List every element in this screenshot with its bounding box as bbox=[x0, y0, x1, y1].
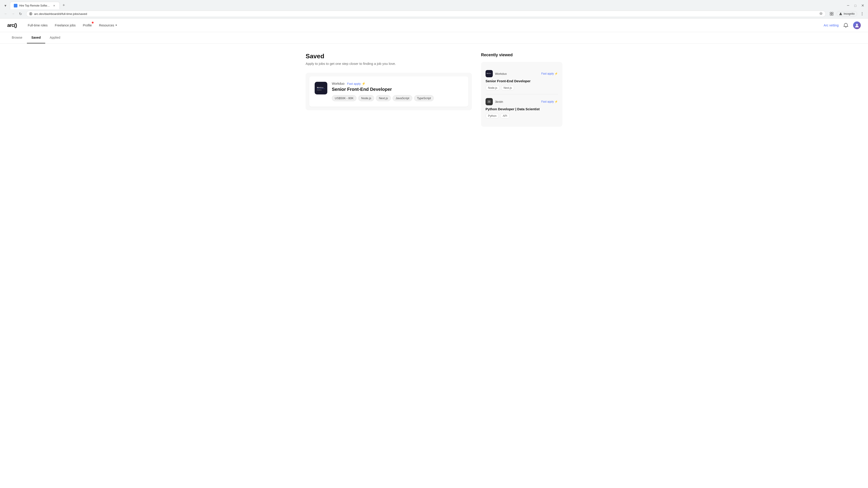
tab-dropdown-btn[interactable]: ▼ bbox=[3, 3, 8, 8]
rv-fast-apply-3knbh[interactable]: Fast apply ⚡ bbox=[541, 100, 558, 103]
window-close-btn[interactable]: ✕ bbox=[860, 3, 865, 8]
reload-btn[interactable]: ↻ bbox=[17, 11, 24, 17]
tab-browse[interactable]: Browse bbox=[7, 32, 27, 43]
svg-rect-0 bbox=[14, 4, 17, 7]
rv-workduo-logo-svg: W orkDuo bbox=[487, 72, 492, 76]
puzzle-icon bbox=[830, 12, 834, 16]
menu-btn[interactable] bbox=[859, 11, 865, 17]
tab-close-btn[interactable]: ✕ bbox=[52, 4, 56, 7]
sub-nav: Browse Saved Applied bbox=[0, 32, 868, 43]
bell-icon bbox=[843, 23, 848, 28]
job-cards-container: W orkDuo WorkDuo Workduo Fast apply bbox=[306, 73, 472, 110]
rv-tag-python: Python bbox=[486, 113, 499, 119]
svg-text:WorkDuo: WorkDuo bbox=[317, 89, 322, 91]
incognito-badge: Incognito bbox=[837, 11, 857, 17]
minimize-btn[interactable]: − bbox=[845, 3, 851, 8]
incognito-label: Incognito bbox=[844, 12, 855, 15]
window-controls: − □ ✕ bbox=[845, 3, 865, 8]
address-bar-container[interactable] bbox=[26, 11, 826, 17]
svg-rect-19 bbox=[488, 101, 490, 103]
maximize-btn[interactable]: □ bbox=[852, 3, 858, 8]
recently-viewed-title: Recently viewed bbox=[481, 53, 562, 57]
nav-freelance-jobs[interactable]: Freelance jobs bbox=[51, 19, 79, 32]
rv-workduo-logo: W orkDuo bbox=[486, 70, 493, 77]
browser-actions: Incognito bbox=[829, 11, 865, 17]
resources-chevron-icon: ▼ bbox=[115, 24, 117, 26]
svg-point-11 bbox=[856, 24, 858, 26]
main-content: Saved Apply to jobs to get one step clos… bbox=[298, 43, 569, 136]
job-title-main: Senior Front-End Developer bbox=[332, 87, 463, 92]
svg-point-8 bbox=[862, 12, 863, 13]
svg-rect-6 bbox=[832, 14, 833, 15]
star-icon[interactable] bbox=[819, 12, 823, 15]
svg-text:orkDuo: orkDuo bbox=[318, 87, 323, 88]
back-btn[interactable]: ← bbox=[3, 11, 9, 17]
nav-profile[interactable]: Profile bbox=[79, 19, 95, 32]
rv-item-workduo[interactable]: W orkDuo Workduo Fast apply ⚡ Senior Fro… bbox=[486, 66, 558, 94]
svg-rect-3 bbox=[830, 12, 831, 13]
rv-tag-nextjs: Next.js bbox=[501, 85, 515, 91]
content-right: Recently viewed W orkDuo Workduo Fas bbox=[481, 53, 562, 127]
workduo-logo: W orkDuo WorkDuo bbox=[315, 82, 327, 94]
job-tag-nodejs: Node.js bbox=[358, 95, 374, 101]
main-nav: Full-time roles Freelance jobs Profile R… bbox=[24, 19, 121, 32]
app: arc() Full-time roles Freelance jobs Pro… bbox=[0, 19, 868, 488]
rv-item-header-workduo: W orkDuo Workduo Fast apply ⚡ bbox=[486, 70, 558, 77]
svg-text:orkDuo: orkDuo bbox=[488, 73, 491, 74]
rv-3knbh-logo bbox=[486, 98, 493, 105]
tab-strip: Hire Top Remote Software Dev... ✕ + bbox=[10, 2, 67, 9]
rv-fast-apply-workduo[interactable]: Fast apply ⚡ bbox=[541, 72, 558, 75]
job-tags-main: US$50K - 80K Node.js Next.js JavaScript … bbox=[332, 95, 463, 101]
svg-rect-4 bbox=[832, 12, 833, 13]
lock-icon bbox=[29, 12, 32, 15]
fast-apply-badge-main[interactable]: Fast apply ⚡ bbox=[347, 82, 366, 86]
new-tab-btn[interactable]: + bbox=[61, 2, 67, 8]
rv-company-name-workduo: Workduo bbox=[495, 72, 539, 75]
content-left: Saved Apply to jobs to get one step clos… bbox=[306, 53, 472, 127]
profile-notification-dot bbox=[92, 22, 94, 24]
arc-vetting-link[interactable]: Arc vetting bbox=[824, 24, 839, 27]
workduo-logo-svg: W orkDuo WorkDuo bbox=[316, 85, 326, 91]
rv-tags-3knbh: Python API bbox=[486, 113, 558, 119]
company-name-workduo: Workduo bbox=[332, 82, 344, 86]
rv-item-header-3knbh: 3knbh Fast apply ⚡ bbox=[486, 98, 558, 105]
rv-tag-nodejs: Node.js bbox=[486, 85, 500, 91]
job-tag-javascript: JavaScript bbox=[393, 95, 412, 101]
active-tab[interactable]: Hire Top Remote Software Dev... ✕ bbox=[10, 2, 60, 9]
nav-full-time-roles[interactable]: Full-time roles bbox=[24, 19, 51, 32]
recently-viewed-card: W orkDuo Workduo Fast apply ⚡ Senior Fro… bbox=[481, 62, 562, 127]
incognito-icon bbox=[839, 12, 842, 15]
svg-point-10 bbox=[862, 15, 863, 15]
job-header-workduo: Workduo Fast apply ⚡ bbox=[332, 82, 463, 86]
notifications-btn[interactable] bbox=[842, 22, 849, 29]
rv-tag-api: API bbox=[500, 113, 509, 119]
header-right: Arc vetting bbox=[824, 22, 861, 29]
tab-applied[interactable]: Applied bbox=[45, 32, 65, 43]
page-subtitle: Apply to jobs to get one step closer to … bbox=[306, 62, 472, 66]
job-tag-salary: US$50K - 80K bbox=[332, 95, 356, 101]
nav-resources[interactable]: Resources ▼ bbox=[95, 19, 121, 32]
rv-job-title-3knbh: Python Developer | Data Scientist bbox=[486, 107, 558, 111]
rv-item-3knbh[interactable]: 3knbh Fast apply ⚡ Python Developer | Da… bbox=[486, 94, 558, 122]
lightning-icon-main: ⚡ bbox=[362, 82, 366, 86]
user-avatar-btn[interactable] bbox=[853, 22, 861, 29]
page-title: Saved bbox=[306, 53, 472, 60]
nav-buttons: ← → ↻ bbox=[3, 11, 24, 17]
browser-title-bar: ▼ Hire Top Remote Software Dev... ✕ + − … bbox=[0, 0, 868, 9]
rv-lightning-icon-workduo: ⚡ bbox=[555, 72, 558, 75]
address-input[interactable] bbox=[34, 12, 817, 15]
logo[interactable]: arc() bbox=[7, 22, 17, 28]
job-tag-nextjs: Next.js bbox=[376, 95, 391, 101]
rv-company-name-3knbh: 3knbh bbox=[495, 100, 539, 103]
knbh-logo-svg bbox=[487, 99, 492, 104]
tab-saved[interactable]: Saved bbox=[27, 32, 45, 43]
forward-btn[interactable]: → bbox=[10, 11, 16, 17]
svg-rect-5 bbox=[830, 14, 831, 15]
job-card-workduo[interactable]: W orkDuo WorkDuo Workduo Fast apply bbox=[309, 76, 468, 107]
fast-apply-label-main: Fast apply bbox=[347, 82, 361, 86]
site-header: arc() Full-time roles Freelance jobs Pro… bbox=[0, 19, 868, 32]
extensions-btn[interactable] bbox=[829, 11, 835, 17]
dots-icon bbox=[860, 12, 864, 16]
user-avatar-icon bbox=[855, 23, 860, 28]
rv-tags-workduo: Node.js Next.js bbox=[486, 85, 558, 91]
